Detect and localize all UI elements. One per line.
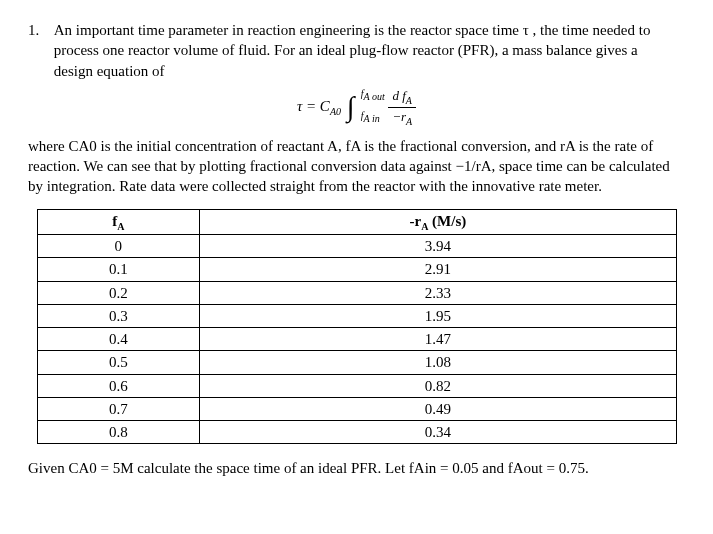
rate-data-table: fA -rA (M/s) 03.940.12.910.22.330.31.950… bbox=[37, 209, 677, 445]
cell-fa: 0.4 bbox=[37, 328, 200, 351]
cell-fa: 0.6 bbox=[37, 374, 200, 397]
cell-ra: 1.08 bbox=[200, 351, 676, 374]
table-row: 0.60.82 bbox=[37, 374, 676, 397]
design-equation: τ = CA0 ∫ fA out fA in d fA −rA bbox=[28, 87, 685, 128]
table-row: 0.22.33 bbox=[37, 281, 676, 304]
cell-fa: 0.8 bbox=[37, 421, 200, 444]
table-row: 03.94 bbox=[37, 235, 676, 258]
problem-block: 1. An important time parameter in reacti… bbox=[28, 20, 685, 81]
problem-given: Given CA0 = 5M calculate the space time … bbox=[28, 458, 685, 478]
equation-lhs: τ = CA0 bbox=[297, 98, 341, 114]
equation-fraction: d fA −rA bbox=[388, 87, 416, 128]
table-body: 03.940.12.910.22.330.31.950.41.470.51.08… bbox=[37, 235, 676, 444]
cell-fa: 0.7 bbox=[37, 397, 200, 420]
table-header-fa: fA bbox=[37, 209, 200, 235]
cell-ra: 0.34 bbox=[200, 421, 676, 444]
table-row: 0.51.08 bbox=[37, 351, 676, 374]
cell-fa: 0.5 bbox=[37, 351, 200, 374]
cell-fa: 0 bbox=[37, 235, 200, 258]
table-row: 0.41.47 bbox=[37, 328, 676, 351]
cell-fa: 0.3 bbox=[37, 304, 200, 327]
cell-ra: 0.82 bbox=[200, 374, 676, 397]
cell-fa: 0.1 bbox=[37, 258, 200, 281]
cell-ra: 0.49 bbox=[200, 397, 676, 420]
table-row: 0.12.91 bbox=[37, 258, 676, 281]
cell-ra: 1.47 bbox=[200, 328, 676, 351]
problem-intro: An important time parameter in reaction … bbox=[54, 20, 674, 81]
cell-ra: 2.33 bbox=[200, 281, 676, 304]
table-row: 0.70.49 bbox=[37, 397, 676, 420]
problem-number: 1. bbox=[28, 20, 50, 40]
table-header-ra: -rA (M/s) bbox=[200, 209, 676, 235]
problem-continuation: where CA0 is the initial concentration o… bbox=[28, 136, 685, 197]
table-row: 0.31.95 bbox=[37, 304, 676, 327]
table-row: 0.80.34 bbox=[37, 421, 676, 444]
cell-ra: 1.95 bbox=[200, 304, 676, 327]
integral-symbol: ∫ fA out fA in bbox=[347, 93, 355, 121]
cell-ra: 3.94 bbox=[200, 235, 676, 258]
cell-ra: 2.91 bbox=[200, 258, 676, 281]
cell-fa: 0.2 bbox=[37, 281, 200, 304]
